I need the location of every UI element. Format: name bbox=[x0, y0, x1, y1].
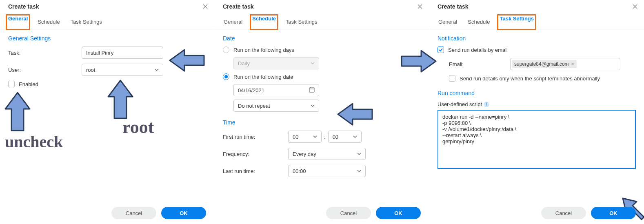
email-chip: supergate84@gmail.com × bbox=[512, 60, 577, 68]
annotation-text: root bbox=[122, 117, 154, 138]
tab-task-settings[interactable]: Task Settings bbox=[497, 14, 536, 30]
user-select[interactable]: root bbox=[82, 64, 163, 76]
section-general-settings: General Settings bbox=[0, 29, 214, 44]
send-email-checkbox[interactable] bbox=[437, 47, 444, 53]
annotation-text: uncheck bbox=[5, 132, 63, 151]
section-run-command: Run command bbox=[429, 84, 644, 99]
tab-task-settings[interactable]: Task Settings bbox=[285, 16, 318, 29]
info-icon[interactable]: i bbox=[484, 102, 489, 107]
radio-run-days[interactable] bbox=[223, 47, 229, 53]
arrow-annotation bbox=[3, 91, 32, 133]
email-field[interactable]: supergate84@gmail.com × bbox=[510, 58, 620, 70]
abnormal-label: Send run details only when the script te… bbox=[460, 75, 600, 82]
dialog-title: Create task bbox=[437, 3, 469, 10]
first-run-min-select[interactable]: 00 bbox=[328, 131, 362, 143]
chevron-down-icon bbox=[313, 134, 317, 140]
tab-schedule[interactable]: Schedule bbox=[250, 14, 278, 30]
tab-schedule[interactable]: Schedule bbox=[37, 16, 60, 29]
remove-chip-icon[interactable]: × bbox=[571, 61, 574, 67]
frequency-label: Frequency: bbox=[223, 151, 288, 157]
radio-run-date[interactable] bbox=[223, 73, 229, 80]
cancel-button[interactable]: Cancel bbox=[326, 207, 371, 219]
tab-general[interactable]: General bbox=[437, 16, 458, 29]
enabled-label: Enabled bbox=[19, 81, 38, 87]
chevron-down-icon bbox=[357, 151, 361, 157]
script-textarea[interactable]: docker run -d --name=pinry \ -p 9096:80 … bbox=[437, 110, 636, 169]
user-script-label: User-defined script bbox=[437, 101, 482, 107]
radio-run-days-label: Run on the following days bbox=[233, 47, 294, 53]
close-icon[interactable] bbox=[202, 3, 209, 10]
time-colon: : bbox=[322, 134, 328, 140]
panel-task-settings: Create task General Schedule Task Settin… bbox=[429, 0, 644, 224]
ok-button[interactable]: OK bbox=[161, 207, 206, 219]
tab-schedule[interactable]: Schedule bbox=[467, 16, 491, 29]
task-label: Task: bbox=[8, 50, 82, 56]
repeat-select[interactable]: Do not repeat bbox=[233, 100, 319, 112]
email-label: Email: bbox=[449, 61, 510, 67]
date-input[interactable]: 04/16/2021 bbox=[233, 84, 319, 96]
dialog-title: Create task bbox=[223, 3, 254, 10]
panel-general: Create task General Schedule Task Settin… bbox=[0, 0, 215, 224]
section-date: Date bbox=[215, 29, 429, 44]
dialog-title: Create task bbox=[8, 3, 39, 10]
days-select: Daily bbox=[233, 57, 319, 69]
user-label: User: bbox=[8, 67, 82, 73]
close-icon[interactable] bbox=[632, 3, 638, 10]
frequency-select[interactable]: Every day bbox=[288, 148, 366, 160]
radio-run-date-label: Run on the following date bbox=[233, 74, 293, 80]
close-icon[interactable] bbox=[417, 3, 423, 10]
panel-schedule: Create task General Schedule Task Settin… bbox=[215, 0, 429, 224]
enabled-checkbox[interactable] bbox=[8, 81, 15, 87]
last-run-select[interactable]: 00:00 bbox=[288, 165, 366, 177]
cancel-button[interactable]: Cancel bbox=[111, 207, 156, 219]
tab-general[interactable]: General bbox=[6, 14, 30, 30]
tab-general[interactable]: General bbox=[223, 16, 243, 29]
section-notification: Notification bbox=[429, 29, 644, 44]
chevron-down-icon bbox=[311, 103, 315, 109]
chevron-down-icon bbox=[357, 168, 361, 174]
send-email-label: Send run details by email bbox=[448, 47, 508, 53]
section-time: Time bbox=[215, 113, 429, 128]
first-run-label: First run time: bbox=[223, 134, 288, 140]
abnormal-checkbox[interactable] bbox=[449, 75, 455, 82]
chevron-down-icon bbox=[311, 60, 315, 67]
last-run-label: Last run time: bbox=[223, 168, 288, 174]
first-run-hour-select[interactable]: 00 bbox=[288, 131, 322, 143]
cancel-button[interactable]: Cancel bbox=[541, 207, 586, 219]
calendar-icon bbox=[309, 87, 315, 94]
ok-button[interactable]: OK bbox=[591, 207, 636, 219]
task-input[interactable]: Install Pinry bbox=[82, 47, 163, 59]
ok-button[interactable]: OK bbox=[376, 207, 421, 219]
tab-task-settings[interactable]: Task Settings bbox=[70, 16, 103, 29]
chevron-down-icon bbox=[353, 134, 357, 140]
chevron-down-icon bbox=[155, 67, 159, 73]
svg-rect-0 bbox=[309, 88, 314, 92]
